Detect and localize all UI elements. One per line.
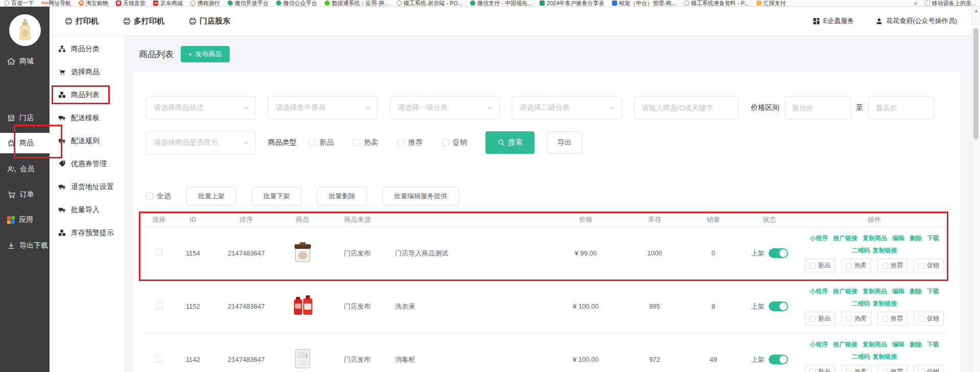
tag-new[interactable]: 新品 <box>805 312 835 326</box>
link-promo-link[interactable]: 推广链接 <box>833 234 857 243</box>
sidebar-item-export-download[interactable]: 导出下载 <box>0 236 50 256</box>
tag-new[interactable]: 新品 <box>805 259 835 272</box>
goods-display-select[interactable]: 请选择商品是否显示 <box>146 131 256 154</box>
bookmark-item[interactable]: 微信公众平台 <box>276 0 317 7</box>
tag-recommend[interactable]: 推荐 <box>877 312 908 326</box>
bookmarks-overflow-chevron[interactable]: » <box>914 0 917 6</box>
link-edit[interactable]: 编辑 <box>892 340 904 349</box>
bookmark-item[interactable]: 框架（中台）管理-商... <box>612 0 676 7</box>
row-checkbox[interactable] <box>155 249 162 256</box>
submenu-item-coupons[interactable]: 优惠券管理 <box>50 152 125 175</box>
submenu-item-delivery-rules[interactable]: 配送规则 <box>50 129 125 152</box>
bookmark-item[interactable]: 淘淘宝购物 <box>79 0 108 7</box>
goods-status-select[interactable]: 请选择商品状态 <box>146 96 256 120</box>
tag-hot[interactable]: 热卖 <box>841 365 871 372</box>
sidebar-item-mall[interactable]: 商城 <box>0 51 50 72</box>
bookmark-item[interactable]: 模工系统准备资料 - P... <box>684 0 749 7</box>
type-checkbox-hot[interactable]: 热卖 <box>353 138 378 147</box>
sidebar-item-apps[interactable]: 应用 <box>0 210 50 230</box>
status-toggle[interactable] <box>769 248 788 258</box>
tag-recommend[interactable]: 推荐 <box>877 365 908 372</box>
select-all-checkbox[interactable]: 全选 <box>146 192 171 201</box>
multi-printer-link[interactable]: 多打印机 <box>123 16 164 26</box>
first-category-select[interactable]: 请选择一级分类 <box>390 96 500 120</box>
batch-off-shelf-button[interactable]: 批量下架 <box>252 187 302 205</box>
page-scrollbar[interactable]: ▲ <box>971 7 980 372</box>
tag-recommend[interactable]: 推荐 <box>877 259 908 272</box>
bookmark-item[interactable]: 百度一下 <box>4 0 34 7</box>
link-edit[interactable]: 编辑 <box>892 287 904 296</box>
bookmark-item[interactable]: 携程旅行 <box>190 0 220 7</box>
submenu-item-stock-warning[interactable]: 库存预警提示 <box>50 221 125 244</box>
row-checkbox[interactable] <box>155 302 162 309</box>
submenu-item-select-goods[interactable]: 选择商品 <box>50 60 125 83</box>
tag-promo[interactable]: 促销 <box>914 259 944 272</box>
sidebar-item-members[interactable]: 会员 <box>0 159 50 179</box>
link-mini-program[interactable]: 小程序 <box>810 287 828 296</box>
type-checkbox-recommend[interactable]: 推荐 <box>398 138 423 147</box>
batch-edit-service-button[interactable]: 批量编辑服务提供 <box>382 187 459 205</box>
second-category-select[interactable]: 请选择二级分类 <box>512 96 622 120</box>
current-user[interactable]: 花花食府(公众号操作员) <box>875 16 957 26</box>
printer-link[interactable]: 打印机 <box>65 16 99 26</box>
link-copy-url[interactable]: 复制链接 <box>873 353 897 361</box>
link-delete[interactable]: 删除 <box>910 234 922 243</box>
batch-on-shelf-button[interactable]: 批量上架 <box>186 187 236 205</box>
tag-hot[interactable]: 热卖 <box>841 259 871 272</box>
link-edit[interactable]: 编辑 <box>892 234 904 243</box>
publish-goods-button[interactable]: + 发布商品 <box>181 46 230 62</box>
submenu-item-goods-list[interactable]: 商品列表 <box>50 83 125 106</box>
submenu-item-categories[interactable]: 商品分类 <box>50 37 125 60</box>
tag-new[interactable]: 新品 <box>805 365 835 372</box>
link-promo-link[interactable]: 推广链接 <box>833 340 857 349</box>
tag-promo[interactable]: 促销 <box>914 365 944 372</box>
bookmark-item[interactable]: 猫天猫直营 <box>116 0 145 7</box>
row-checkbox[interactable] <box>155 355 162 362</box>
bookmark-item[interactable]: JD京东商城 <box>153 0 183 7</box>
link-qrcode[interactable]: 二维码 <box>852 353 870 361</box>
scrollbar-thumb[interactable] <box>973 28 978 140</box>
bookmark-item[interactable]: hao网址导航 <box>41 0 71 7</box>
service-entry[interactable]: E企盈服务 <box>813 16 854 26</box>
link-download[interactable]: 下载 <box>927 234 939 243</box>
tag-promo[interactable]: 促销 <box>914 312 944 326</box>
sidebar-item-store[interactable]: 门店 <box>0 108 50 128</box>
bookmark-item[interactable]: 汇报支付 <box>756 0 786 7</box>
bookmark-item[interactable]: 模工系统-新后端 - PO... <box>397 0 463 7</box>
type-checkbox-promo[interactable]: 促销 <box>442 138 467 147</box>
link-copy-url[interactable]: 复制链接 <box>873 299 897 308</box>
bookmark-item[interactable]: 微信支付 - 中国领先... <box>470 0 532 7</box>
status-toggle[interactable] <box>769 355 788 364</box>
bookmark-item[interactable]: 2024年客户服务分享表 <box>540 0 604 7</box>
link-copy-goods[interactable]: 复制商品 <box>863 340 887 349</box>
bookmark-item[interactable]: 移动设备上的垄... <box>925 0 976 7</box>
link-mini-program[interactable]: 小程序 <box>810 234 828 243</box>
keyword-input[interactable] <box>634 96 739 120</box>
tag-hot[interactable]: 热卖 <box>841 312 871 326</box>
link-qrcode[interactable]: 二维码 <box>852 299 870 308</box>
submenu-item-return-address[interactable]: 退货地址设置 <box>50 175 125 198</box>
type-checkbox-new[interactable]: 新品 <box>309 138 334 147</box>
link-qrcode[interactable]: 二维码 <box>852 246 870 255</box>
sidebar-item-orders[interactable]: 订单 <box>0 184 50 205</box>
batch-delete-button[interactable]: 批量删除 <box>317 187 367 205</box>
link-delete[interactable]: 删除 <box>910 287 922 296</box>
max-price-input[interactable] <box>868 96 935 120</box>
min-price-input[interactable] <box>785 96 851 120</box>
search-button[interactable]: 搜索 <box>485 131 534 154</box>
link-delete[interactable]: 删除 <box>910 340 922 349</box>
link-mini-program[interactable]: 小程序 <box>810 340 828 349</box>
bookmark-item[interactable]: 数据通系统：应用-拼... <box>325 0 389 7</box>
link-copy-goods[interactable]: 复制商品 <box>863 287 887 296</box>
link-download[interactable]: 下载 <box>927 340 939 349</box>
export-button[interactable]: 导出 <box>547 131 582 154</box>
bookmark-item[interactable]: 微信开放平台 <box>228 0 268 7</box>
link-promo-link[interactable]: 推广链接 <box>833 287 857 296</box>
submenu-item-delivery-template[interactable]: 配送模板 <box>50 106 125 129</box>
link-copy-goods[interactable]: 复制商品 <box>863 234 887 243</box>
stock-on-sale-select[interactable]: 请选择售中库存 <box>268 96 378 120</box>
submenu-item-batch-import[interactable]: 批量导入 <box>50 198 125 221</box>
scroll-up-arrow-icon[interactable]: ▲ <box>972 7 980 15</box>
link-copy-url[interactable]: 复制链接 <box>873 246 897 255</box>
sidebar-item-goods[interactable]: 商品 <box>0 133 50 153</box>
